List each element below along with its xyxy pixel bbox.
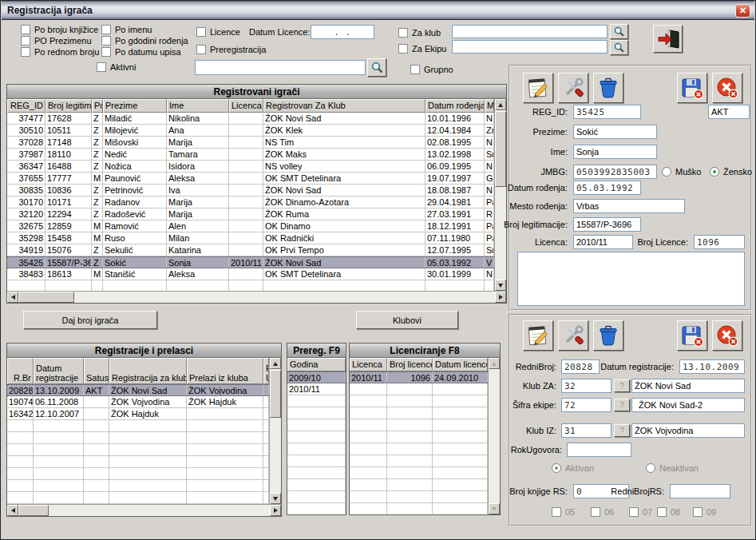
checkbox-08[interactable]: 08 (657, 506, 680, 517)
checkbox-po-imenu[interactable]: Po imenu (101, 24, 152, 34)
licence-row[interactable] (350, 383, 488, 395)
column-header-prelazi-iz-kluba[interactable]: Prelazi iz kluba (187, 358, 263, 384)
licence-row[interactable] (350, 455, 488, 467)
za-ekipu-search-button[interactable] (610, 40, 628, 55)
checkbox-box[interactable] (410, 65, 420, 74)
column-header-broj-legitimacije[interactable]: Broj legitimacije (46, 99, 92, 113)
prereg-row[interactable] (287, 467, 346, 479)
scroll-right-icon[interactable] (270, 505, 281, 516)
tools-button[interactable] (558, 73, 588, 103)
player-row[interactable]: 38483 18613 M Stanišić Aleksa OK SMT Det… (7, 268, 494, 280)
sifra-ekipe-lookup-button[interactable]: ? (614, 399, 630, 411)
column-header-registrovan-za-klub[interactable]: Registrovan Za Klub (263, 99, 425, 113)
scroll-up-icon[interactable] (270, 358, 281, 369)
reg-id-input[interactable]: 35425 (573, 105, 641, 119)
checkbox-po-rednom-broju[interactable]: Po rednom broju (21, 46, 99, 57)
licence-row[interactable] (350, 479, 488, 491)
checkbox-za-klub[interactable]: Za klub (398, 27, 441, 38)
hscroll-thumb[interactable] (18, 505, 49, 516)
column-header-datum-rodjenja[interactable]: Datum rođenja (425, 99, 485, 113)
column-header-mesto[interactable]: M (485, 99, 494, 113)
radio-musko[interactable]: Muško (662, 167, 701, 177)
edit-button[interactable] (523, 73, 553, 103)
licence-row[interactable] (350, 491, 488, 503)
save-button[interactable] (677, 73, 707, 103)
checkbox-box[interactable] (21, 36, 30, 46)
delete-button[interactable] (593, 73, 623, 103)
prelasci-vscrollbar[interactable] (269, 358, 281, 504)
licence-row[interactable] (350, 419, 488, 431)
transfer-row[interactable] (7, 420, 269, 432)
transfer-row[interactable]: 20828 13.10.2009 AKT ŽOK Novi Sad ŽOK Vo… (7, 384, 269, 396)
klub-za-input[interactable]: 32 (561, 379, 612, 393)
hscroll-thumb[interactable] (18, 292, 74, 303)
titlebar[interactable]: Registracija igrača ✕ (2, 1, 754, 20)
prereg-row[interactable] (287, 455, 346, 467)
transfer-row[interactable] (7, 480, 269, 492)
licence-row[interactable] (350, 467, 488, 479)
datum-registracije-input[interactable]: 13.10.2009 (679, 359, 745, 374)
klub-za-name-input[interactable]: ŽOK Novi Sad (631, 379, 745, 393)
player-row[interactable]: 36347 16488 Z Nožica Isidora NS volley 0… (7, 161, 494, 173)
checkbox-po-broju-knjizice[interactable]: Po broju knjižice (21, 24, 98, 34)
cancel-registration-button[interactable] (712, 320, 742, 351)
prereg-row[interactable] (287, 407, 346, 419)
column-header-broj-licence[interactable]: Broj licence (387, 358, 433, 371)
column-header-prezime[interactable]: Prezime (103, 99, 167, 113)
prereg-row[interactable]: 2009/10 (287, 371, 346, 383)
column-header-datum-licence[interactable]: Datum licence (433, 358, 488, 371)
za-klub-input[interactable] (452, 25, 608, 38)
sifra-ekipe-input[interactable]: 72 (561, 398, 612, 412)
checkbox-box[interactable] (693, 507, 703, 517)
klubovi-button[interactable]: Klubovi (356, 311, 458, 329)
broj-legitimacije-input[interactable]: 15587/P-3696 (573, 217, 641, 232)
main-table-vscrollbar[interactable] (494, 99, 506, 291)
close-button[interactable]: ✕ (735, 4, 750, 18)
ime-input[interactable]: Sonja (573, 145, 657, 159)
klub-za-lookup-button[interactable]: ? (614, 379, 630, 392)
transfer-row[interactable] (7, 432, 269, 444)
column-header-licenca[interactable]: Licenca (350, 358, 387, 371)
scroll-down-icon[interactable] (495, 280, 506, 291)
radio-circle[interactable] (646, 463, 655, 473)
search-button[interactable] (367, 58, 386, 77)
daj-broj-igraca-button[interactable]: Daj broj igrača (23, 311, 157, 329)
prereg-row[interactable] (287, 503, 346, 514)
column-header-datum-registracije[interactable]: Datumregistracije (34, 358, 84, 384)
checkbox-09[interactable]: 09 (693, 506, 716, 517)
licence-row[interactable]: 2010/11 1096 24.09.2010 (350, 371, 488, 383)
akt-status-input[interactable]: AKT (708, 105, 750, 119)
datum-licence-input[interactable]: . . (311, 25, 374, 39)
edit-registration-button[interactable] (523, 320, 553, 351)
mesto-rodjenja-input[interactable]: Vrbas (573, 199, 685, 213)
checkbox-05[interactable]: 05 (552, 506, 575, 517)
checkbox-box[interactable] (591, 507, 600, 517)
player-row[interactable]: 37987 18110 Z Nedić Tamara ŽOK Maks 13.0… (7, 149, 494, 161)
checkbox-box[interactable] (196, 45, 206, 54)
scroll-left-icon[interactable] (7, 292, 18, 303)
scroll-up-icon[interactable] (495, 99, 506, 110)
checkbox-box[interactable] (21, 25, 30, 34)
licence-row[interactable] (350, 503, 488, 514)
scroll-down-icon[interactable] (270, 493, 281, 504)
column-header-pol[interactable]: Pol (92, 99, 103, 113)
radio-circle[interactable] (710, 167, 719, 177)
jmbg-input[interactable]: 0503992835003 (573, 165, 657, 179)
transfer-row[interactable] (7, 492, 269, 504)
delete-registration-button[interactable] (593, 320, 623, 351)
main-table-hscrollbar[interactable] (7, 291, 506, 303)
checkbox-box[interactable] (97, 62, 106, 72)
radio-circle[interactable] (662, 167, 671, 177)
prereg-row[interactable] (287, 491, 346, 503)
radio-zensko[interactable]: Žensko (710, 167, 752, 177)
rok-ugovora-input[interactable] (567, 443, 631, 457)
checkbox-preregistracija[interactable]: Preregistracija (196, 44, 266, 54)
za-ekipu-input[interactable] (452, 40, 608, 54)
checkbox-licence[interactable]: Licence (196, 26, 240, 37)
licence-row[interactable] (350, 443, 488, 455)
cancel-button[interactable] (712, 73, 742, 103)
scroll-right-icon[interactable] (495, 292, 506, 303)
player-row[interactable]: 30510 10511 Z Milojević Ana ŽOK Klek 12.… (7, 125, 494, 137)
column-header-clipped[interactable]: RU (263, 358, 269, 384)
checkbox-box[interactable] (101, 25, 111, 34)
